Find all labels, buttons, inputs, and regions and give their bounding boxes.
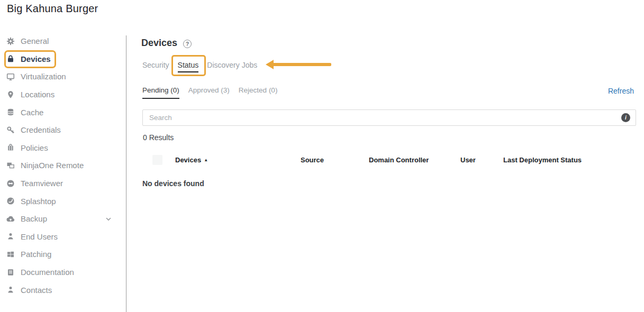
sidebar-item-label: Virtualization bbox=[21, 72, 66, 81]
sidebar-item-label: End Users bbox=[21, 232, 58, 241]
sidebar-item-label: Locations bbox=[21, 90, 55, 99]
sidebar-item-contacts[interactable]: Contacts bbox=[0, 281, 126, 299]
sidebar-item-general[interactable]: General bbox=[0, 32, 126, 50]
sidebar-item-label: Credentials bbox=[21, 125, 61, 134]
tab-security[interactable]: Security bbox=[142, 61, 169, 72]
results-count: 0 Results bbox=[143, 133, 174, 142]
page-section-title: Devices bbox=[141, 38, 177, 49]
cloud-backup-icon bbox=[6, 215, 15, 223]
lock-icon bbox=[6, 54, 15, 63]
column-header-user[interactable]: User bbox=[460, 156, 476, 164]
tab-discovery-jobs[interactable]: Discovery Jobs bbox=[207, 61, 257, 72]
sidebar-item-policies[interactable]: Policies bbox=[0, 139, 126, 157]
tab-status[interactable]: Status bbox=[178, 61, 199, 72]
person-icon bbox=[6, 286, 15, 294]
sidebar-item-label: Teamviewer bbox=[21, 179, 63, 188]
briefcase-icon bbox=[6, 143, 15, 152]
splashtop-icon bbox=[6, 197, 15, 205]
search-input[interactable] bbox=[143, 114, 621, 122]
column-header-devices[interactable]: Devices▲ bbox=[175, 156, 208, 164]
sidebar-item-patching[interactable]: Patching bbox=[0, 245, 126, 263]
monitor-icon bbox=[6, 72, 15, 81]
sidebar-item-label: Splashtop bbox=[21, 197, 56, 206]
empty-table-message: No devices found bbox=[142, 179, 204, 188]
sidebar-item-splashtop[interactable]: Splashtop bbox=[0, 192, 126, 210]
document-icon bbox=[6, 268, 15, 277]
refresh-link[interactable]: Refresh bbox=[608, 87, 634, 95]
teamviewer-icon bbox=[6, 179, 15, 188]
sidebar-item-label: Backup bbox=[21, 214, 47, 223]
sidebar-item-label: Devices bbox=[21, 54, 51, 63]
select-all-checkbox[interactable] bbox=[152, 155, 162, 165]
subtab-pending[interactable]: Pending (0) bbox=[142, 86, 179, 99]
column-header-domain-controller[interactable]: Domain Controller bbox=[369, 156, 429, 164]
devices-tabs: Security Status Discovery Jobs bbox=[142, 61, 257, 72]
sidebar-item-end-users[interactable]: End Users bbox=[0, 228, 126, 246]
sidebar-item-devices[interactable]: Devices bbox=[0, 50, 126, 68]
sidebar-item-documentation[interactable]: Documentation bbox=[0, 263, 126, 281]
gear-icon bbox=[6, 37, 15, 45]
sidebar-item-cache[interactable]: Cache bbox=[0, 103, 126, 121]
sidebar-item-label: Documentation bbox=[21, 268, 74, 277]
help-icon[interactable]: ? bbox=[183, 40, 192, 48]
sidebar-divider bbox=[126, 35, 126, 312]
sidebar-item-label: Patching bbox=[21, 250, 51, 259]
map-pin-icon bbox=[6, 90, 15, 99]
annotation-arrow-left-icon bbox=[266, 60, 331, 69]
chevron-down-icon[interactable] bbox=[105, 215, 112, 225]
database-icon bbox=[6, 108, 15, 116]
sidebar-item-teamviewer[interactable]: Teamviewer bbox=[0, 175, 126, 192]
sidebar-item-label: Cache bbox=[21, 108, 43, 117]
search-bar: i bbox=[142, 109, 636, 126]
column-header-last-deployment-status[interactable]: Last Deployment Status bbox=[503, 156, 582, 164]
sidebar-item-label: Policies bbox=[21, 143, 48, 152]
sidebar-item-credentials[interactable]: Credentials bbox=[0, 121, 126, 139]
subtab-rejected[interactable]: Rejected (0) bbox=[239, 86, 278, 99]
sort-asc-icon: ▲ bbox=[204, 158, 208, 162]
key-icon bbox=[6, 126, 15, 134]
patch-grid-icon bbox=[6, 250, 15, 259]
sidebar-item-locations[interactable]: Locations bbox=[0, 86, 126, 104]
sidebar-item-backup[interactable]: Backup bbox=[0, 210, 126, 228]
column-header-source[interactable]: Source bbox=[301, 156, 324, 164]
status-subtabs: Pending (0) Approved (3) Rejected (0) bbox=[142, 86, 277, 99]
sidebar-item-label: Contacts bbox=[21, 286, 52, 295]
subtab-approved[interactable]: Approved (3) bbox=[188, 86, 230, 99]
person-icon bbox=[6, 232, 15, 241]
organization-settings-page: Big Kahuna Burger General Devices Virtua… bbox=[0, 0, 644, 312]
sidebar-item-virtualization[interactable]: Virtualization bbox=[0, 68, 126, 86]
page-title: Big Kahuna Burger bbox=[7, 3, 98, 15]
sidebar-item-label: General bbox=[21, 36, 49, 45]
info-icon[interactable]: i bbox=[621, 113, 630, 122]
devices-table-header: Devices▲ Source Domain Controller User L… bbox=[0, 155, 644, 166]
